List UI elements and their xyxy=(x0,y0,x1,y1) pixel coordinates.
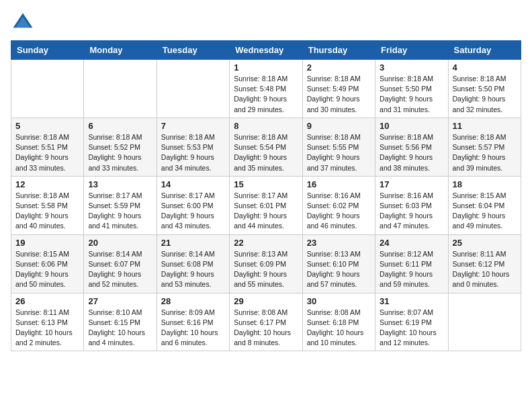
cell-info: Sunrise: 8:18 AM Sunset: 5:56 PM Dayligh… xyxy=(380,132,443,173)
weekday-header-wednesday: Wednesday xyxy=(230,41,302,60)
day-number: 6 xyxy=(88,121,152,131)
day-number: 31 xyxy=(380,296,443,306)
day-number: 18 xyxy=(453,179,517,189)
weekday-header-thursday: Thursday xyxy=(302,41,375,60)
calendar-cell: 12Sunrise: 8:18 AM Sunset: 5:58 PM Dayli… xyxy=(11,176,84,234)
cell-info: Sunrise: 8:08 AM Sunset: 6:18 PM Dayligh… xyxy=(307,308,371,349)
cell-info: Sunrise: 8:16 AM Sunset: 6:03 PM Dayligh… xyxy=(380,191,443,232)
calendar: SundayMondayTuesdayWednesdayThursdayFrid… xyxy=(11,40,521,351)
cell-info: Sunrise: 8:11 AM Sunset: 6:13 PM Dayligh… xyxy=(15,308,79,349)
day-number: 1 xyxy=(234,62,298,73)
calendar-cell: 5Sunrise: 8:18 AM Sunset: 5:51 PM Daylig… xyxy=(11,118,84,176)
calendar-cell: 14Sunrise: 8:17 AM Sunset: 6:00 PM Dayli… xyxy=(157,176,229,234)
cell-info: Sunrise: 8:18 AM Sunset: 5:53 PM Dayligh… xyxy=(161,132,225,173)
cell-info: Sunrise: 8:17 AM Sunset: 6:01 PM Dayligh… xyxy=(234,191,298,232)
calendar-cell: 3Sunrise: 8:18 AM Sunset: 5:50 PM Daylig… xyxy=(375,60,448,118)
day-number: 22 xyxy=(234,238,298,248)
day-number: 14 xyxy=(161,179,225,189)
day-number: 7 xyxy=(161,121,225,131)
day-number: 11 xyxy=(453,121,517,131)
cell-info: Sunrise: 8:15 AM Sunset: 6:06 PM Dayligh… xyxy=(15,249,79,290)
day-number: 3 xyxy=(380,62,443,73)
calendar-cell: 7Sunrise: 8:18 AM Sunset: 5:53 PM Daylig… xyxy=(157,118,229,176)
calendar-cell xyxy=(157,60,229,118)
calendar-cell: 17Sunrise: 8:16 AM Sunset: 6:03 PM Dayli… xyxy=(375,176,448,234)
calendar-cell: 2Sunrise: 8:18 AM Sunset: 5:49 PM Daylig… xyxy=(302,60,375,118)
calendar-cell: 10Sunrise: 8:18 AM Sunset: 5:56 PM Dayli… xyxy=(375,118,448,176)
calendar-cell: 16Sunrise: 8:16 AM Sunset: 6:02 PM Dayli… xyxy=(302,176,375,234)
cell-info: Sunrise: 8:16 AM Sunset: 6:02 PM Dayligh… xyxy=(307,191,371,232)
calendar-cell: 1Sunrise: 8:18 AM Sunset: 5:48 PM Daylig… xyxy=(230,60,302,118)
cell-info: Sunrise: 8:18 AM Sunset: 5:55 PM Dayligh… xyxy=(307,132,371,173)
cell-info: Sunrise: 8:18 AM Sunset: 5:54 PM Dayligh… xyxy=(234,132,298,173)
cell-info: Sunrise: 8:08 AM Sunset: 6:17 PM Dayligh… xyxy=(234,308,298,349)
calendar-row: 12Sunrise: 8:18 AM Sunset: 5:58 PM Dayli… xyxy=(11,176,521,234)
cell-info: Sunrise: 8:11 AM Sunset: 6:12 PM Dayligh… xyxy=(453,249,517,290)
cell-info: Sunrise: 8:18 AM Sunset: 5:58 PM Dayligh… xyxy=(15,191,79,232)
cell-info: Sunrise: 8:14 AM Sunset: 6:08 PM Dayligh… xyxy=(161,249,225,290)
cell-info: Sunrise: 8:17 AM Sunset: 6:00 PM Dayligh… xyxy=(161,191,225,232)
calendar-cell: 23Sunrise: 8:13 AM Sunset: 6:10 PM Dayli… xyxy=(302,234,375,293)
calendar-cell: 6Sunrise: 8:18 AM Sunset: 5:52 PM Daylig… xyxy=(84,118,157,176)
calendar-cell xyxy=(84,60,157,118)
calendar-cell: 24Sunrise: 8:12 AM Sunset: 6:11 PM Dayli… xyxy=(375,234,448,293)
day-number: 9 xyxy=(307,121,371,131)
cell-info: Sunrise: 8:07 AM Sunset: 6:19 PM Dayligh… xyxy=(380,308,443,349)
day-number: 30 xyxy=(307,296,371,306)
day-number: 12 xyxy=(15,179,79,189)
calendar-row: 26Sunrise: 8:11 AM Sunset: 6:13 PM Dayli… xyxy=(11,293,521,351)
page-header xyxy=(11,11,521,35)
day-number: 24 xyxy=(380,238,443,248)
day-number: 2 xyxy=(307,62,371,73)
calendar-cell xyxy=(448,293,521,351)
day-number: 4 xyxy=(453,62,517,73)
cell-info: Sunrise: 8:18 AM Sunset: 5:48 PM Dayligh… xyxy=(234,74,298,115)
calendar-cell: 25Sunrise: 8:11 AM Sunset: 6:12 PM Dayli… xyxy=(448,234,521,293)
day-number: 10 xyxy=(380,121,443,131)
calendar-cell: 31Sunrise: 8:07 AM Sunset: 6:19 PM Dayli… xyxy=(375,293,448,351)
calendar-cell: 27Sunrise: 8:10 AM Sunset: 6:15 PM Dayli… xyxy=(84,293,157,351)
cell-info: Sunrise: 8:13 AM Sunset: 6:10 PM Dayligh… xyxy=(307,249,371,290)
calendar-cell xyxy=(11,60,84,118)
calendar-cell: 11Sunrise: 8:18 AM Sunset: 5:57 PM Dayli… xyxy=(448,118,521,176)
calendar-cell: 29Sunrise: 8:08 AM Sunset: 6:17 PM Dayli… xyxy=(230,293,302,351)
day-number: 19 xyxy=(15,238,79,248)
day-number: 26 xyxy=(15,296,79,306)
calendar-cell: 18Sunrise: 8:15 AM Sunset: 6:04 PM Dayli… xyxy=(448,176,521,234)
calendar-cell: 20Sunrise: 8:14 AM Sunset: 6:07 PM Dayli… xyxy=(84,234,157,293)
calendar-cell: 26Sunrise: 8:11 AM Sunset: 6:13 PM Dayli… xyxy=(11,293,84,351)
calendar-cell: 21Sunrise: 8:14 AM Sunset: 6:08 PM Dayli… xyxy=(157,234,229,293)
logo-icon xyxy=(11,11,35,35)
day-number: 25 xyxy=(453,238,517,248)
cell-info: Sunrise: 8:14 AM Sunset: 6:07 PM Dayligh… xyxy=(88,249,152,290)
cell-info: Sunrise: 8:17 AM Sunset: 5:59 PM Dayligh… xyxy=(88,191,152,232)
cell-info: Sunrise: 8:18 AM Sunset: 5:57 PM Dayligh… xyxy=(453,132,517,173)
calendar-row: 19Sunrise: 8:15 AM Sunset: 6:06 PM Dayli… xyxy=(11,234,521,293)
weekday-header-monday: Monday xyxy=(84,41,157,60)
calendar-cell: 8Sunrise: 8:18 AM Sunset: 5:54 PM Daylig… xyxy=(230,118,302,176)
calendar-cell: 28Sunrise: 8:09 AM Sunset: 6:16 PM Dayli… xyxy=(157,293,229,351)
calendar-cell: 30Sunrise: 8:08 AM Sunset: 6:18 PM Dayli… xyxy=(302,293,375,351)
weekday-header-saturday: Saturday xyxy=(448,41,521,60)
cell-info: Sunrise: 8:18 AM Sunset: 5:51 PM Dayligh… xyxy=(15,132,79,173)
day-number: 21 xyxy=(161,238,225,248)
day-number: 5 xyxy=(15,121,79,131)
cell-info: Sunrise: 8:18 AM Sunset: 5:50 PM Dayligh… xyxy=(453,74,517,115)
logo xyxy=(11,11,38,35)
cell-info: Sunrise: 8:15 AM Sunset: 6:04 PM Dayligh… xyxy=(453,191,517,232)
calendar-cell: 22Sunrise: 8:13 AM Sunset: 6:09 PM Dayli… xyxy=(230,234,302,293)
day-number: 15 xyxy=(234,179,298,189)
day-number: 29 xyxy=(234,296,298,306)
cell-info: Sunrise: 8:18 AM Sunset: 5:52 PM Dayligh… xyxy=(88,132,152,173)
cell-info: Sunrise: 8:13 AM Sunset: 6:09 PM Dayligh… xyxy=(234,249,298,290)
day-number: 8 xyxy=(234,121,298,131)
calendar-cell: 4Sunrise: 8:18 AM Sunset: 5:50 PM Daylig… xyxy=(448,60,521,118)
day-number: 16 xyxy=(307,179,371,189)
calendar-row: 5Sunrise: 8:18 AM Sunset: 5:51 PM Daylig… xyxy=(11,118,521,176)
cell-info: Sunrise: 8:12 AM Sunset: 6:11 PM Dayligh… xyxy=(380,249,443,290)
calendar-row: 1Sunrise: 8:18 AM Sunset: 5:48 PM Daylig… xyxy=(11,60,521,118)
calendar-cell: 15Sunrise: 8:17 AM Sunset: 6:01 PM Dayli… xyxy=(230,176,302,234)
calendar-cell: 13Sunrise: 8:17 AM Sunset: 5:59 PM Dayli… xyxy=(84,176,157,234)
day-number: 28 xyxy=(161,296,225,306)
day-number: 27 xyxy=(88,296,152,306)
